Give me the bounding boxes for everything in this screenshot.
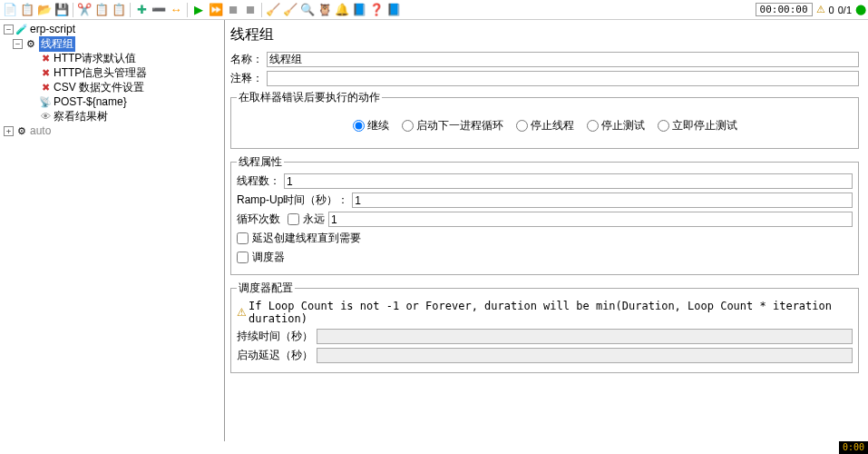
reset-search-icon[interactable]: 🦉 xyxy=(317,2,333,18)
config-icon: ✖ xyxy=(39,66,52,79)
duration-row: 持续时间（秒） xyxy=(237,329,853,344)
tree-auto[interactable]: + ⚙ auto xyxy=(0,123,224,138)
comment-row: 注释： xyxy=(230,71,859,86)
radio-stop-thread-input[interactable] xyxy=(516,120,528,132)
scheduler-config-legend: 调度器配置 xyxy=(237,281,295,296)
expand-toggle-icon[interactable]: + xyxy=(4,126,14,136)
tree-item-label: 察看结果树 xyxy=(54,109,108,124)
toolbar-separator xyxy=(261,3,262,17)
threads-input[interactable] xyxy=(284,173,853,189)
toolbar-separator xyxy=(187,3,188,17)
radio-start-next[interactable]: 启动下一进程循环 xyxy=(402,118,503,133)
paste-icon[interactable]: 📋 xyxy=(111,2,127,18)
radio-label: 启动下一进程循环 xyxy=(416,118,503,133)
radio-stop-test-input[interactable] xyxy=(587,120,599,132)
scheduler-checkbox[interactable] xyxy=(237,252,249,263)
startup-delay-label: 启动延迟（秒） xyxy=(237,348,313,363)
shutdown-icon[interactable]: ⏹ xyxy=(242,2,258,18)
loop-row: 循环次数 永远 xyxy=(237,212,853,227)
onerror-fieldset: 在取样器错误后要执行的动作 继续 启动下一进程循环 停止线程 停止测试 立即停止… xyxy=(230,90,859,149)
tree-root-label: erp-script xyxy=(30,23,75,35)
run-icon[interactable]: ▶ xyxy=(190,2,207,18)
comment-input[interactable] xyxy=(267,71,859,86)
tree-thread-group[interactable]: − ⚙ 线程组 xyxy=(0,36,224,51)
startup-delay-row: 启动延迟（秒） xyxy=(237,348,853,363)
delay-create-row: 延迟创建线程直到需要 xyxy=(237,231,853,246)
radio-continue[interactable]: 继续 xyxy=(353,118,389,133)
radio-stop-test[interactable]: 停止测试 xyxy=(587,118,645,133)
tree-item[interactable]: ✖ HTTP信息头管理器 xyxy=(0,65,224,80)
forever-checkbox[interactable] xyxy=(288,213,299,225)
save-icon[interactable]: 💾 xyxy=(54,2,70,18)
rampup-input[interactable] xyxy=(352,192,853,208)
radio-stop-thread[interactable]: 停止线程 xyxy=(516,118,574,133)
tree-panel[interactable]: − 🧪 erp-script − ⚙ 线程组 ✖ HTTP请求默认值 ✖ HTT… xyxy=(0,20,225,441)
cut-icon[interactable]: ✂️ xyxy=(76,2,93,18)
radio-stop-test-now[interactable]: 立即停止测试 xyxy=(658,118,737,133)
thread-counter: 0/1 xyxy=(838,5,852,15)
tree-root[interactable]: − 🧪 erp-script xyxy=(0,22,224,36)
tree-item-label: POST-${name} xyxy=(54,95,127,108)
about-icon[interactable]: 📘 xyxy=(385,2,402,18)
thread-props-fieldset: 线程属性 线程数： Ramp-Up时间（秒）： 循环次数 永远 延迟创建线程直到… xyxy=(230,154,859,275)
main-area: − 🧪 erp-script − ⚙ 线程组 ✖ HTTP请求默认值 ✖ HTT… xyxy=(0,20,868,441)
config-icon: ✖ xyxy=(39,81,52,94)
tree-item-label: HTTP请求默认值 xyxy=(54,51,136,66)
thread-group-icon: ⚙ xyxy=(24,37,37,50)
open-icon[interactable]: 📂 xyxy=(36,2,53,18)
tree-auto-label: auto xyxy=(30,124,51,137)
radio-start-next-input[interactable] xyxy=(402,120,414,132)
toolbar-left: 📄 📋 📂 💾 ✂️ 📋 📋 ✚ ➖ ↔ ▶ ⏩ ⏹ ⏹ 🧹 🧹 🔍 🦉 🔔 📘… xyxy=(2,2,402,18)
threads-row: 线程数： xyxy=(237,173,853,189)
toolbar-right: 00:00:00 ⚠ 0 0/1 ⬤ xyxy=(756,3,866,16)
new-icon[interactable]: 📄 xyxy=(2,2,18,18)
tree-item[interactable]: ✖ CSV 数据文件设置 xyxy=(0,80,224,94)
page-title: 线程组 xyxy=(230,25,859,44)
radio-label: 立即停止测试 xyxy=(672,118,737,133)
help-icon[interactable]: ❓ xyxy=(368,2,385,18)
tree-item-label: HTTP信息头管理器 xyxy=(54,65,147,81)
onerror-legend: 在取样器错误后要执行的动作 xyxy=(237,90,382,105)
toolbar-separator xyxy=(73,3,73,17)
options-icon[interactable]: 📘 xyxy=(351,2,367,18)
templates-icon[interactable]: 📋 xyxy=(19,2,35,18)
delay-create-label: 延迟创建线程直到需要 xyxy=(252,231,361,246)
collapse-icon[interactable]: ➖ xyxy=(151,2,167,18)
expand-icon[interactable]: ✚ xyxy=(133,2,150,18)
delay-create-checkbox[interactable] xyxy=(237,232,249,244)
radio-continue-input[interactable] xyxy=(353,120,365,132)
content-panel: 线程组 名称： 注释： 在取样器错误后要执行的动作 继续 启动下一进程循环 停止… xyxy=(225,20,868,441)
thread-props-legend: 线程属性 xyxy=(237,154,284,170)
function-helper-icon[interactable]: 🔔 xyxy=(334,2,350,18)
collapse-toggle-icon[interactable]: − xyxy=(13,39,23,49)
testplan-icon: 🧪 xyxy=(15,23,28,35)
startup-delay-input[interactable] xyxy=(317,348,853,363)
collapse-toggle-icon[interactable]: − xyxy=(4,25,14,35)
clear-icon[interactable]: 🧹 xyxy=(265,2,281,18)
duration-input[interactable] xyxy=(317,329,853,344)
tree-item[interactable]: ✖ HTTP请求默认值 xyxy=(0,51,224,65)
scheduler-config-fieldset: 调度器配置 ⚠ If Loop Count is not -1 or Forev… xyxy=(230,281,859,373)
run-no-timers-icon[interactable]: ⏩ xyxy=(208,2,224,18)
tree-item[interactable]: 📡 POST-${name} xyxy=(0,94,224,109)
scheduler-row: 调度器 xyxy=(237,250,853,265)
workbench-icon: ⚙ xyxy=(15,124,28,137)
footer-timer: 0:00 xyxy=(839,441,868,454)
scheduler-warn-row: ⚠ If Loop Count is not -1 or Forever, du… xyxy=(237,300,853,325)
search-icon[interactable]: 🔍 xyxy=(299,2,316,18)
rampup-row: Ramp-Up时间（秒）： xyxy=(237,192,853,208)
warning-icon[interactable]: ⚠ xyxy=(816,4,825,15)
toggle-icon[interactable]: ↔ xyxy=(168,2,184,18)
clear-all-icon[interactable]: 🧹 xyxy=(282,2,298,18)
listener-icon: 👁 xyxy=(39,110,52,123)
scheduler-warn-text: If Loop Count is not -1 or Forever, dura… xyxy=(249,300,853,325)
name-input[interactable] xyxy=(267,52,859,67)
tree-item[interactable]: 👁 察看结果树 xyxy=(0,109,224,123)
copy-icon[interactable]: 📋 xyxy=(93,2,110,18)
loop-input[interactable] xyxy=(328,212,853,227)
radio-label: 停止测试 xyxy=(601,118,645,133)
radio-stop-test-now-input[interactable] xyxy=(658,120,669,132)
radio-label: 停止线程 xyxy=(531,118,574,133)
name-row: 名称： xyxy=(230,52,859,67)
stop-icon[interactable]: ⏹ xyxy=(225,2,241,18)
